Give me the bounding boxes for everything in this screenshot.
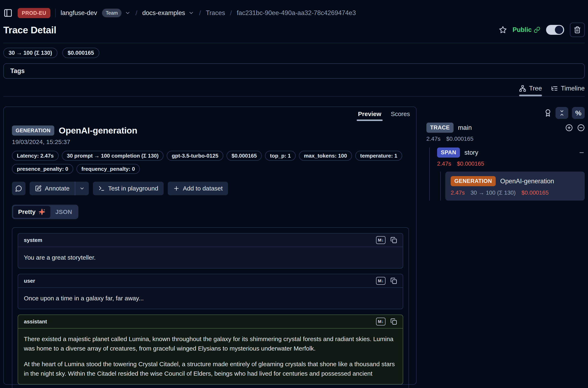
annotate-button[interactable]: Annotate — [30, 182, 75, 195]
trash-icon — [574, 26, 581, 34]
pretty-label: Pretty — [18, 208, 36, 215]
public-toggle[interactable] — [546, 25, 564, 35]
breadcrumb-org[interactable]: langfuse-dev — [61, 9, 97, 17]
breadcrumb-separator: / — [230, 9, 232, 17]
trace-tree-panel: % TRACE main — [424, 107, 585, 201]
annotate-dropdown-button[interactable] — [75, 182, 89, 195]
latency-badge: Latency: 2.47s — [12, 151, 59, 161]
token-usage-badge: 30 prompt → 100 completion (Σ 130) — [62, 151, 163, 161]
copy-button[interactable] — [390, 237, 397, 243]
collapse-span-button[interactable] — [579, 149, 585, 156]
minus-icon — [579, 149, 585, 156]
plus-icon — [173, 185, 180, 192]
assistant-paragraph: At the heart of Lumina stood the towerin… — [24, 359, 397, 378]
format-pretty-button[interactable]: Pretty — [13, 206, 50, 218]
edit-pencil-icon — [35, 185, 42, 192]
tree-node-span[interactable]: SPAN story 2.47s $0.000165 — [437, 147, 585, 167]
trace-node-name: main — [458, 124, 472, 131]
copy-button[interactable] — [390, 278, 397, 284]
collapse-all-button[interactable] — [556, 107, 568, 119]
breadcrumb-project[interactable]: docs-examples — [142, 9, 185, 17]
comment-button[interactable] — [12, 182, 25, 195]
top-p-badge: top_p: 1 — [265, 151, 296, 161]
trace-cost: $0.000165 — [446, 136, 474, 142]
minus-circle-icon — [577, 124, 585, 131]
star-icon — [499, 26, 507, 34]
toggle-metrics-button[interactable]: % — [572, 107, 585, 119]
comment-bubble-icon — [15, 185, 22, 192]
tree-toolbar: % — [426, 107, 585, 119]
toggle-knob — [555, 26, 563, 34]
tab-preview[interactable]: Preview — [358, 110, 381, 121]
tab-timeline[interactable]: Timeline — [551, 85, 585, 96]
copy-button[interactable] — [390, 318, 397, 325]
workflow-tree-icon — [519, 85, 526, 92]
panel-left-icon — [3, 8, 13, 18]
timeline-list-icon — [551, 85, 558, 92]
breadcrumb: PROD-EU langfuse-dev Team / docs-example… — [3, 7, 585, 19]
terminal-icon — [98, 185, 105, 192]
generation-tokens: 30 → 100 (Σ 130) — [471, 190, 516, 196]
test-in-playground-button[interactable]: Test in playground — [93, 182, 164, 195]
plus-circle-icon — [565, 124, 573, 131]
chevron-down-icon — [79, 186, 85, 191]
tab-tree[interactable]: Tree — [519, 85, 542, 96]
trace-detail-page: PROD-EU langfuse-dev Team / docs-example… — [0, 0, 588, 388]
delete-trace-button[interactable] — [570, 23, 585, 37]
sparkles-icon — [38, 208, 45, 215]
markdown-toggle-button[interactable]: M↓ — [376, 236, 385, 244]
span-node-name: story — [464, 149, 478, 156]
span-latency: 2.47s — [437, 160, 451, 167]
award-icon — [544, 109, 552, 117]
observation-type-badge: GENERATION — [12, 125, 54, 136]
observation-meta-badges-row2: presence_penalty: 0 frequency_penalty: 0 — [12, 164, 408, 174]
trace-tokens-badge: 30 → 100 (Σ 130) — [3, 48, 57, 58]
project-switcher-button[interactable] — [188, 10, 194, 16]
add-to-dataset-button[interactable]: Add to dataset — [168, 182, 228, 195]
message-content: Once upon a time in a galaxy far, far aw… — [18, 288, 403, 309]
expand-all-button[interactable] — [565, 124, 573, 131]
fold-vertical-icon — [558, 109, 565, 117]
chevron-down-icon — [188, 10, 194, 16]
tab-timeline-label: Timeline — [561, 85, 585, 92]
assistant-message-card: assistant M↓ There existed a majestic pl… — [18, 315, 403, 385]
trace-children: SPAN story 2.47s $0.000165 — [429, 147, 585, 201]
generation-cost: $0.000165 — [521, 190, 548, 196]
frequency-penalty-badge: frequency_penalty: 0 — [76, 164, 140, 174]
message-role-label: system — [24, 237, 42, 243]
trace-cost-badge: $0.000165 — [62, 48, 99, 58]
user-message-card: user M↓ Once upon a time in a galaxy far… — [18, 274, 403, 309]
copy-icon — [390, 278, 397, 284]
format-json-button[interactable]: JSON — [50, 206, 77, 218]
page-header: PROD-EU langfuse-dev Team / docs-example… — [3, 0, 585, 43]
tree-node-trace[interactable]: TRACE main 2.47s $0.000165 — [426, 123, 585, 142]
header-actions: Public — [499, 23, 585, 37]
copy-icon — [390, 318, 397, 325]
tab-scores[interactable]: Scores — [391, 110, 410, 121]
collapse-level-button[interactable] — [577, 124, 585, 131]
page-title: Trace Detail — [3, 24, 56, 36]
span-children: GENERATION OpenAI-generation 2.47s 30 → … — [440, 171, 585, 201]
message-content: You are a great storyteller. — [18, 247, 403, 268]
public-label: Public — [513, 26, 532, 34]
tree-node-generation-selected[interactable]: GENERATION OpenAI-generation 2.47s 30 → … — [445, 171, 585, 201]
breadcrumb-traces-link[interactable]: Traces — [206, 9, 225, 17]
markdown-toggle-button[interactable]: M↓ — [376, 318, 385, 325]
environment-badge: PROD-EU — [18, 8, 50, 18]
markdown-toggle-button[interactable]: M↓ — [376, 277, 385, 285]
bookmark-star-button[interactable] — [499, 26, 507, 34]
org-switcher-button[interactable] — [125, 10, 131, 16]
breadcrumb-separator: / — [136, 9, 137, 17]
trace-latency: 2.47s — [426, 136, 441, 142]
tags-section[interactable]: Tags — [3, 63, 585, 79]
temperature-badge: temperature: 1 — [355, 151, 402, 161]
model-badge[interactable]: gpt-3.5-turbo-0125 — [167, 151, 223, 161]
public-link[interactable]: Public — [513, 26, 540, 34]
scores-award-button[interactable] — [544, 109, 552, 117]
trace-summary-badges: 30 → 100 (Σ 130) $0.000165 — [3, 48, 585, 58]
system-message-card: system M↓ You are a great storyteller. — [18, 233, 403, 268]
format-toggle: Pretty JSON — [12, 205, 78, 219]
sidebar-toggle-button[interactable] — [3, 8, 13, 18]
org-plan-badge: Team — [102, 9, 121, 17]
tags-label: Tags — [10, 67, 25, 75]
